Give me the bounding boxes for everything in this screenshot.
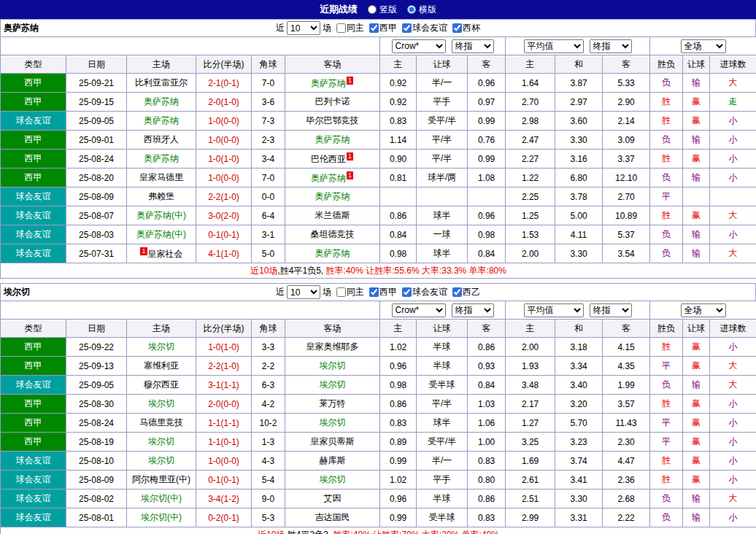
filter-checkbox-label[interactable]: 西甲: [364, 22, 397, 34]
handicap-result-cell: 赢: [683, 93, 710, 112]
goals-result-cell: 小: [710, 150, 756, 169]
scope-select[interactable]: 全场: [681, 303, 726, 317]
team-link[interactable]: 阿尔梅里亚(中): [132, 474, 190, 484]
filter-checkbox-label[interactable]: 西杯: [447, 22, 480, 34]
match-count-select[interactable]: 10: [287, 285, 320, 299]
team-link[interactable]: 奥萨苏纳(中): [136, 229, 186, 239]
score-cell[interactable]: 3-1(1-1): [196, 376, 252, 395]
score-cell[interactable]: 2-0(0-0): [196, 395, 252, 414]
filter-checkbox[interactable]: [452, 287, 462, 297]
match-row: 球会友谊25-08-01埃尔切(中)0-2(0-1)5-3吉达国民0.99受半球…: [1, 508, 756, 527]
score-cell[interactable]: 1-1(1-1): [196, 414, 252, 433]
filter-checkbox-label[interactable]: 球会友谊: [397, 286, 447, 298]
team-link[interactable]: 巴列卡诺: [315, 96, 350, 107]
score-cell[interactable]: 0-1(0-1): [196, 225, 252, 244]
team-link[interactable]: 比利亚雷亚尔: [135, 77, 188, 88]
team-link[interactable]: 埃尔切(中): [141, 493, 182, 503]
score-cell[interactable]: 2-1(0-1): [196, 74, 252, 93]
team-link[interactable]: 皇家贝蒂斯: [311, 436, 355, 446]
team-link[interactable]: 埃尔切: [148, 436, 174, 446]
score-cell[interactable]: 1-0(0-0): [196, 131, 252, 150]
team-link[interactable]: 塞维利亚: [144, 360, 179, 371]
goals-result-cell: 走: [710, 93, 756, 112]
team-link[interactable]: 奥萨苏纳(中): [136, 210, 186, 220]
score-cell[interactable]: 1-0(1-0): [196, 150, 252, 169]
team-link[interactable]: 奥萨苏纳: [144, 153, 179, 163]
team-link[interactable]: 奥萨苏纳: [144, 96, 179, 107]
odds-stage-select[interactable]: 终指: [452, 39, 494, 53]
layout-horizontal-option[interactable]: 横版: [407, 4, 436, 16]
filter-checkbox-label[interactable]: 球会友谊: [397, 22, 447, 34]
score-cell[interactable]: 1-0(0-0): [196, 112, 252, 131]
score-cell[interactable]: 1-0(0-0): [196, 452, 252, 471]
team-link[interactable]: 埃尔切(中): [141, 512, 182, 522]
team-link[interactable]: 米兰德斯: [315, 210, 350, 220]
team-link[interactable]: 弗赖堡: [148, 191, 174, 201]
score-cell[interactable]: 2-2(1-0): [196, 187, 252, 206]
score-cell[interactable]: 3-0(2-0): [196, 206, 252, 225]
team-link[interactable]: 奥萨苏纳: [311, 173, 346, 183]
europe-stage-select[interactable]: 终指: [590, 303, 632, 317]
score-cell[interactable]: 2-0(1-0): [196, 93, 252, 112]
team-link[interactable]: 皇家马德里: [139, 172, 183, 182]
odds-company-select[interactable]: Crow*: [392, 39, 446, 53]
filter-checkbox-label[interactable]: 西甲: [364, 286, 397, 298]
team-link[interactable]: 埃尔切: [320, 360, 346, 371]
team-link[interactable]: 埃尔切: [148, 398, 174, 409]
team-link[interactable]: 埃尔切: [320, 417, 346, 427]
filter-checkbox-label[interactable]: 同主: [331, 286, 364, 298]
score-cell[interactable]: 1-0(1-0): [196, 338, 252, 357]
team-link[interactable]: 埃尔切: [148, 455, 174, 465]
filter-checkbox-label[interactable]: 同主: [331, 22, 364, 34]
filter-checkbox[interactable]: [369, 23, 379, 33]
europe-avg-select[interactable]: 平均值: [524, 303, 584, 317]
layout-horizontal-radio[interactable]: [407, 5, 416, 14]
filter-checkbox[interactable]: [452, 23, 462, 33]
score-cell[interactable]: 1-1(0-1): [196, 433, 252, 452]
filter-checkbox[interactable]: [369, 287, 379, 297]
filter-checkbox-label[interactable]: 西乙: [447, 286, 480, 298]
scope-select[interactable]: 全场: [681, 39, 726, 53]
filter-bar: 近10场同主西甲球会友谊西乙: [276, 285, 480, 299]
score-cell[interactable]: 0-2(0-1): [196, 508, 252, 527]
team-link[interactable]: 赫库斯: [320, 455, 346, 465]
filter-checkbox[interactable]: [336, 23, 346, 33]
team-link[interactable]: 奥萨苏纳: [315, 248, 350, 258]
team-link[interactable]: 马德里竞技: [139, 417, 183, 427]
score-cell[interactable]: 3-4(1-2): [196, 490, 252, 508]
score-cell[interactable]: 4-1(1-0): [196, 244, 252, 263]
team-link[interactable]: 西班牙人: [144, 134, 179, 144]
team-link[interactable]: 莱万特: [320, 398, 346, 409]
team-link[interactable]: 奥萨苏纳: [144, 115, 179, 125]
team-link[interactable]: 艾因: [324, 493, 342, 503]
filter-checkbox[interactable]: [402, 287, 412, 297]
team-link[interactable]: 埃尔切: [148, 341, 174, 352]
score-cell[interactable]: 0-1(0-1): [196, 471, 252, 490]
layout-vertical-option[interactable]: 竖版: [368, 4, 397, 16]
team-link[interactable]: 皇家社会: [148, 249, 183, 259]
filter-checkbox[interactable]: [336, 287, 346, 297]
odds-company-select[interactable]: Crow*: [392, 303, 446, 317]
team-link[interactable]: 桑坦德竞技: [311, 229, 355, 239]
filter-checkbox[interactable]: [402, 23, 412, 33]
team-link[interactable]: 巴伦西亚: [311, 154, 346, 164]
avg-home-odds-cell: 1.25: [506, 206, 555, 225]
team-link[interactable]: 奥萨苏纳: [315, 191, 350, 201]
layout-vertical-radio[interactable]: [368, 5, 377, 14]
team-link[interactable]: 毕尔巴鄂竞技: [306, 115, 359, 125]
europe-stage-select[interactable]: 终指: [590, 39, 632, 53]
team-link[interactable]: 奥萨苏纳: [315, 134, 350, 144]
score-cell[interactable]: 1-0(0-0): [196, 169, 252, 187]
avg-home-odds-cell: 1.27: [506, 414, 555, 433]
team-link[interactable]: 吉达国民: [315, 512, 350, 522]
europe-avg-select[interactable]: 平均值: [524, 39, 584, 53]
team-link[interactable]: 皇家奥维耶多: [306, 341, 359, 352]
team-link[interactable]: 埃尔切: [320, 379, 346, 390]
team-link[interactable]: 奥萨苏纳: [311, 78, 346, 88]
odds-stage-select[interactable]: 终指: [452, 303, 494, 317]
away-team-cell: 莱万特: [285, 395, 380, 414]
match-count-select[interactable]: 10: [287, 21, 320, 35]
team-link[interactable]: 埃尔切: [320, 474, 346, 484]
team-link[interactable]: 穆尔西亚: [144, 379, 179, 390]
score-cell[interactable]: 2-2(1-0): [196, 357, 252, 376]
